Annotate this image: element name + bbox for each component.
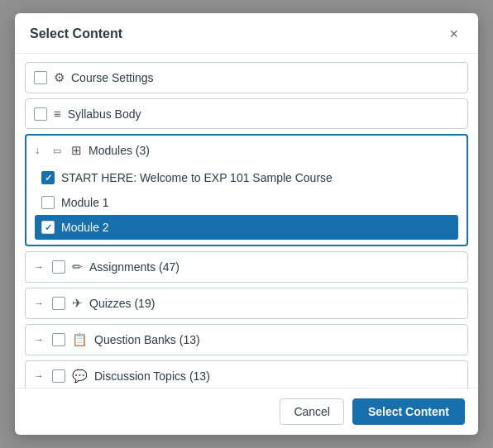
arrow-assignments-icon: → — [34, 261, 45, 273]
checkbox-discussion-topics[interactable] — [52, 369, 65, 383]
modal-backdrop: Select Content × ⚙ Course Settings ≡ Syl… — [0, 0, 493, 448]
list-item-question-banks[interactable]: → 📋 Question Banks (13) — [25, 324, 468, 355]
item-label-modules: Modules (3) — [89, 144, 458, 157]
list-item-assignments[interactable]: → ✏ Assignments (47) — [25, 251, 468, 283]
list-item-discussion-topics[interactable]: → 💬 Discussion Topics (13) — [25, 360, 468, 388]
item-label-syllabus-body: Syllabus Body — [68, 107, 459, 121]
child-item-start-here[interactable]: ✓ START HERE: Welcome to EXP 101 Sample … — [35, 165, 458, 190]
item-label-module-2: Module 2 — [61, 221, 452, 234]
discussion-topics-icon: 💬 — [72, 369, 88, 384]
child-item-module-2[interactable]: ✓ Module 2 — [35, 215, 458, 240]
close-button[interactable]: × — [444, 25, 463, 43]
list-item[interactable]: ≡ Syllabus Body — [25, 98, 468, 129]
list-item-quizzes[interactable]: → ✈ Quizzes (19) — [25, 288, 468, 319]
modal-footer: Cancel Select Content — [15, 388, 478, 435]
checkbox-module-2[interactable]: ✓ — [41, 221, 55, 234]
checkmark-blue-icon: ✓ — [45, 223, 52, 232]
item-label-question-banks: Question Banks (13) — [94, 333, 459, 346]
checkbox-course-settings[interactable] — [34, 71, 47, 84]
modules-children: ✓ START HERE: Welcome to EXP 101 Sample … — [26, 165, 467, 245]
item-label-course-settings: Course Settings — [71, 71, 459, 84]
item-label-module-1: Module 1 — [61, 196, 452, 209]
item-label-quizzes: Quizzes (19) — [89, 297, 459, 310]
arrow-quizzes-icon: → — [34, 298, 45, 309]
checkbox-assignments[interactable] — [52, 260, 65, 274]
modal-title: Select Content — [30, 26, 122, 41]
cancel-button[interactable]: Cancel — [280, 398, 344, 425]
assignments-icon: ✏ — [72, 260, 83, 274]
checkbox-quizzes[interactable] — [52, 297, 65, 310]
checkmark-icon: ✓ — [45, 174, 52, 183]
modules-icon: ⊞ — [71, 143, 82, 158]
list-item[interactable]: ⚙ Course Settings — [25, 62, 468, 93]
syllabus-icon: ≡ — [54, 107, 61, 121]
item-label-start-here: START HERE: Welcome to EXP 101 Sample Co… — [61, 171, 452, 184]
settings-icon: ⚙ — [54, 70, 65, 85]
quizzes-icon: ✈ — [72, 296, 83, 311]
checkbox-start-here[interactable]: ✓ — [41, 171, 55, 184]
item-label-discussion-topics: Discussion Topics (13) — [94, 369, 459, 383]
item-label-assignments: Assignments (47) — [89, 260, 459, 274]
child-item-module-1[interactable]: Module 1 — [35, 190, 458, 215]
modules-group: ↓ ▭ ⊞ Modules (3) ✓ START HERE: Welcome … — [25, 134, 468, 246]
checkbox-syllabus-body[interactable] — [34, 107, 47, 121]
collapse-arrow-icon: ↓ — [35, 145, 46, 156]
checkbox-module-1[interactable] — [41, 196, 55, 209]
modules-group-header[interactable]: ↓ ▭ ⊞ Modules (3) — [26, 136, 467, 165]
arrow-discussion-topics-icon: → — [34, 370, 45, 382]
select-content-button[interactable]: Select Content — [352, 398, 465, 425]
select-content-modal: Select Content × ⚙ Course Settings ≡ Syl… — [15, 13, 478, 435]
modal-header: Select Content × — [15, 13, 478, 54]
checkbox-question-banks[interactable] — [52, 333, 65, 346]
question-banks-icon: 📋 — [72, 332, 88, 347]
expand-box-icon: ▭ — [53, 145, 65, 156]
modal-body: ⚙ Course Settings ≡ Syllabus Body ↓ ▭ ⊞ … — [15, 54, 478, 388]
arrow-question-banks-icon: → — [34, 334, 45, 346]
